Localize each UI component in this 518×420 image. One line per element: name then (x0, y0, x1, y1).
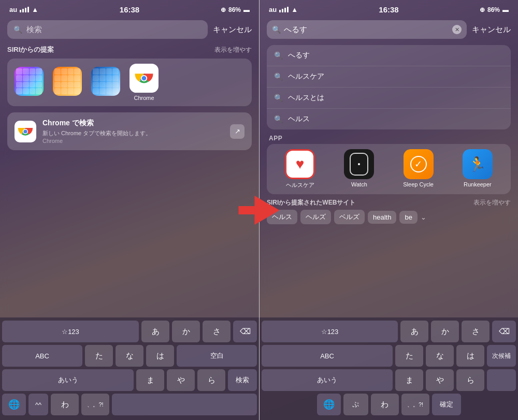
suggestion-item-2[interactable]: 🔍 ヘルスとは (267, 88, 511, 109)
app-icon-item-3[interactable] (89, 67, 122, 98)
suggestion-text-3: ヘルス (288, 114, 310, 124)
web-tag-2[interactable]: ベルズ (334, 210, 365, 224)
key-ta[interactable]: た (85, 345, 113, 367)
sleep-check-icon: ✓ (410, 156, 427, 172)
web-tag-4[interactable]: be (399, 211, 417, 224)
battery-percent: 86% (228, 6, 241, 13)
backspace-button[interactable]: ⌫ (233, 321, 257, 342)
chrome-suggest-text-block: Chrome で検索 新しい Chrome タブで検索を開始します。 Chrom… (42, 119, 224, 144)
right-panel: au ▲ 16:38 ⊕ 86% ▬ 🔍 へるす ✕ (259, 0, 518, 420)
clear-search-button[interactable]: ✕ (452, 25, 462, 34)
left-cancel-button[interactable]: キャンセル (213, 25, 252, 35)
key-ha[interactable]: は (146, 345, 174, 367)
right-key-punct[interactable]: 、。?! (401, 394, 429, 415)
right-key-sa[interactable]: さ (462, 321, 490, 342)
svg-point-6 (23, 129, 27, 133)
key-ra[interactable]: ら (197, 369, 225, 391)
right-key-pu[interactable]: ぷ (343, 394, 368, 415)
suggestion-item-3[interactable]: 🔍 ヘルス (267, 109, 511, 129)
watch-face-icon (350, 153, 368, 176)
chrome-suggest-open-button[interactable]: ↗ (230, 124, 244, 139)
app-item-health[interactable]: ♥ ヘルスケア (272, 149, 328, 189)
chrome-suggest-sub: Chrome (42, 138, 224, 144)
chrome-suggest-title: Chrome で検索 (42, 119, 224, 128)
arrow-head (255, 196, 280, 225)
right-key-ta[interactable]: た (395, 345, 423, 367)
right-key-ra[interactable]: ら (456, 369, 484, 391)
key-ya[interactable]: や (167, 369, 195, 391)
right-time-label: 16:38 (379, 5, 398, 14)
right-carrier: au (269, 6, 277, 13)
right-keyboard-row2: ABC た な は 次候補 (262, 345, 516, 367)
sleep-app-icon-container: ✓ (404, 149, 434, 179)
key-globe[interactable]: 🌐 (2, 394, 26, 415)
key-empty (112, 394, 257, 415)
search-suggest-icon-3: 🔍 (274, 115, 283, 123)
right-key-ha[interactable]: は (456, 345, 484, 367)
app-section-label: APP (260, 132, 518, 144)
key-abc[interactable]: ABC (2, 345, 82, 367)
app-icon-chrome[interactable]: Chrome (127, 64, 161, 101)
chrome-suggest-card[interactable]: Chrome で検索 新しい Chrome タブで検索を開始します。 Chrom… (7, 112, 252, 150)
right-key-globe[interactable]: 🌐 (317, 394, 341, 415)
run-app-icon: 🏃 (463, 149, 493, 179)
right-key-abc[interactable]: ABC (262, 345, 393, 367)
key-ka[interactable]: か (172, 321, 200, 342)
right-key-na[interactable]: な (426, 345, 454, 367)
app-icon-item-2[interactable] (51, 67, 84, 98)
web-more-button[interactable]: 表示を増やす (473, 198, 511, 207)
web-suggestions-section: SIRIから提案されたWEBサイト 表示を増やす ヘルス ヘルズ ベルズ hea… (260, 196, 518, 226)
key-caret[interactable]: ^^ (28, 394, 48, 415)
key-ma[interactable]: ま (136, 369, 164, 391)
right-cancel-button[interactable]: キャンセル (472, 25, 511, 35)
app-item-sleep[interactable]: ✓ Sleep Cycle (391, 149, 447, 187)
key-punct[interactable]: 、。?! (81, 394, 109, 415)
right-key-aifu[interactable]: あいう (262, 369, 393, 391)
time-label: 16:38 (120, 5, 139, 14)
suggestions-list: 🔍 へるす 🔍 ヘルスケア 🔍 ヘルスとは 🔍 ヘルス (267, 45, 511, 129)
key-space[interactable]: 空白 (177, 345, 257, 367)
right-key-ya[interactable]: や (426, 369, 454, 391)
web-tag-3[interactable]: health (368, 211, 396, 224)
right-signal-icon (279, 7, 289, 12)
watch-app-icon-container (344, 149, 374, 179)
right-wifi-icon: ▲ (291, 6, 298, 13)
right-key-ma[interactable]: ま (395, 369, 423, 391)
watch-app-icon (344, 149, 374, 179)
app-item-run[interactable]: 🏃 Runkeeper (450, 149, 506, 187)
suggestion-item-1[interactable]: 🔍 ヘルスケア (267, 66, 511, 88)
right-key-a[interactable]: あ (400, 321, 428, 342)
right-search-bar[interactable]: 🔍 へるす ✕ (267, 20, 467, 39)
right-status-bar: au ▲ 16:38 ⊕ 86% ▬ (260, 0, 518, 17)
search-submit-button[interactable]: 検索 (228, 369, 257, 391)
key-na[interactable]: な (116, 345, 143, 367)
kakutei-button[interactable]: 確定 (432, 394, 461, 415)
right-key-symbols[interactable]: ☆123 (262, 321, 398, 342)
right-key-wa[interactable]: わ (371, 394, 399, 415)
confirm-button[interactable] (487, 369, 516, 391)
left-search-bar[interactable]: 🔍 検索 (7, 20, 208, 39)
search-suggest-icon-2: 🔍 (274, 94, 283, 102)
siri-title: SIRIからの提案 (7, 45, 54, 54)
chrome-suggest-desc: 新しい Chrome タブで検索を開始します。 (42, 129, 224, 137)
health-app-icon-container: ♥ (285, 149, 315, 179)
key-sa[interactable]: さ (203, 321, 231, 342)
status-left: au ▲ (9, 6, 38, 13)
siri-more-button[interactable]: 表示を増やす (214, 46, 252, 54)
next-candidate-button[interactable]: 次候補 (487, 345, 516, 367)
right-key-ka[interactable]: か (431, 321, 459, 342)
key-a[interactable]: あ (141, 321, 169, 342)
key-aifu[interactable]: あいう (2, 369, 134, 391)
web-tag-1[interactable]: ヘルズ (300, 210, 331, 224)
key-wa[interactable]: わ (51, 394, 79, 415)
carrier-label: au (9, 6, 17, 13)
sleep-app-label: Sleep Cycle (403, 181, 434, 187)
health-app-label: ヘルスケア (286, 181, 314, 189)
key-symbols[interactable]: ☆123 (2, 321, 139, 342)
chrome-app-icon (130, 64, 159, 93)
suggestion-item-0[interactable]: 🔍 へるす (267, 45, 511, 66)
app-icon-item-1[interactable] (12, 67, 46, 98)
app-item-watch[interactable]: Watch (331, 149, 387, 187)
web-section-header: SIRIから提案されたWEBサイト 表示を増やす (267, 198, 511, 207)
right-backspace-button[interactable]: ⌫ (492, 321, 516, 342)
